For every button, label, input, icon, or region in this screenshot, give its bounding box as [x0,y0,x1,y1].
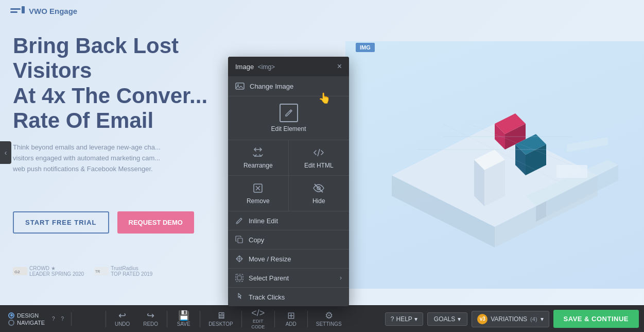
save-label: SAVE [177,321,190,327]
edit-html-icon [312,146,325,159]
trust-radius-badge: TR TrustRadiusTOP RATED 2019 [94,265,152,277]
toolbar-left: DESIGN NAVIGATE ? ? [0,312,72,326]
goals-button[interactable]: GOALS ▾ [427,312,467,326]
divider-5 [274,311,275,327]
menu-title: Image <img> [235,63,275,71]
edit-element-icon [284,108,294,118]
hero-illustration [366,62,623,268]
svg-rect-27 [567,137,608,152]
request-demo-button[interactable]: REQUEST DEMO [117,211,194,234]
rearrange-item[interactable]: Rearrange [228,140,289,175]
navigate-help-icon[interactable]: ? [59,316,66,322]
settings-label: SETTINGS [316,321,342,327]
divider-3 [200,311,200,327]
move-resize-label: Move / Resize [249,255,291,263]
remove-icon [252,182,264,194]
select-parent-arrow: › [340,274,342,281]
edit-element-item[interactable]: Edit Element [228,96,349,140]
copy-icon [235,236,243,244]
divider-6 [307,311,308,327]
variations-label: VARIATIONS [491,316,527,323]
select-parent-label: Select Parent [249,274,289,282]
add-label: ADD [286,321,297,327]
goals-label: GOALS [434,316,455,323]
help-button[interactable]: ? HELP ▾ [385,312,423,326]
svg-rect-2 [22,6,25,13]
navigate-label: NAVIGATE [17,320,45,326]
design-radio-dot [8,312,14,319]
menu-close-button[interactable]: × [337,62,342,71]
change-image-item[interactable]: Change Image [228,76,349,96]
design-label: DESIGN [17,312,39,319]
rearrange-icon [252,146,264,159]
desktop-button[interactable]: 🖥 DESKTOP [202,309,239,329]
undo-label: UNDO [115,321,130,327]
undo-button[interactable]: ↩ UNDO [108,309,136,329]
v3-badge: v3 [477,314,488,324]
svg-point-29 [237,85,239,86]
save-continue-button[interactable]: SAVE & CONTINUE [553,310,639,328]
navigate-radio-dot [8,320,14,326]
copy-item[interactable]: Copy [228,230,349,250]
variations-arrow-icon: ▾ [541,316,544,323]
divider-4 [241,311,242,327]
hero-buttons: START FREE TRIAL REQUEST DEMO [13,211,194,234]
add-button[interactable]: ⊞ ADD [277,309,305,329]
hero-section: Bring Back Lost Visitors At 4x The Conve… [13,34,234,175]
badges: G2 CROWD ★LEADER SPRING 2020 TR TrustRad… [13,265,152,277]
settings-button[interactable]: ⚙ SETTINGS [310,309,348,329]
add-icon: ⊞ [287,311,295,320]
desktop-icon: 🖥 [216,311,225,320]
icon-grid-row2: Remove Hide [228,176,349,211]
inline-edit-icon [235,217,243,225]
variations-button[interactable]: v3 VARIATIONS (4) ▾ [472,311,549,327]
design-help-icon[interactable]: ? [50,316,57,322]
svg-rect-0 [10,8,21,10]
edit-code-label: EDITCODE [251,319,265,330]
svg-line-33 [318,149,320,156]
remove-label: Remove [247,197,270,205]
svg-text:G2: G2 [14,270,20,274]
goals-arrow-icon: ▾ [458,316,461,323]
hide-label: Hide [312,197,325,205]
svg-text:TR: TR [95,270,100,273]
help-label: HELP [396,316,412,323]
redo-button[interactable]: ↪ REDO [136,309,165,329]
toolbar: DESIGN NAVIGATE ? ? ↩ UNDO ↪ REDO 💾 SAVE… [0,305,644,332]
toolbar-center: ↩ UNDO ↪ REDO 💾 SAVE 🖥 DESKTOP </> EDITC… [72,306,380,332]
edit-element-label: Edit Element [271,125,306,132]
divider-1 [106,311,106,327]
start-free-trial-button[interactable]: START FREE TRIAL [13,211,109,234]
edit-html-item[interactable]: Edit HTML [289,140,350,175]
desktop-label: DESKTOP [208,321,233,327]
track-clicks-item[interactable]: Track Clicks [228,288,349,306]
edit-code-icon: </> [251,308,265,318]
mode-radio-group: DESIGN NAVIGATE [5,312,48,326]
save-button[interactable]: 💾 SAVE [169,309,198,329]
redo-label: REDO [143,321,158,327]
svg-rect-41 [237,276,241,280]
navigate-radio[interactable]: NAVIGATE [8,320,45,326]
svg-rect-39 [238,238,242,243]
illustration-area [345,41,644,289]
vwo-logo-icon [10,6,25,15]
change-image-icon [235,81,245,91]
hide-item[interactable]: Hide [289,176,350,211]
edit-html-label: Edit HTML [304,162,334,169]
inline-edit-item[interactable]: Inline Edit [228,211,349,230]
edit-element-icon-box [280,104,298,122]
move-resize-item[interactable]: Move / Resize [228,250,349,269]
edit-code-button[interactable]: </> EDITCODE [244,306,272,332]
hide-icon [312,182,325,194]
vwo-header: VWO Engage [10,6,77,15]
g2-badge: G2 CROWD ★LEADER SPRING 2020 [13,265,84,277]
panel-toggle-button[interactable]: ‹ [0,141,11,164]
select-parent-item[interactable]: Select Parent › [228,269,349,288]
help-arrow-icon: ▾ [414,316,417,323]
remove-item[interactable]: Remove [228,176,289,211]
copy-label: Copy [249,236,264,244]
rearrange-label: Rearrange [243,162,273,169]
undo-icon: ↩ [118,311,126,320]
design-radio[interactable]: DESIGN [8,312,45,319]
img-badge: IMG [356,43,375,52]
